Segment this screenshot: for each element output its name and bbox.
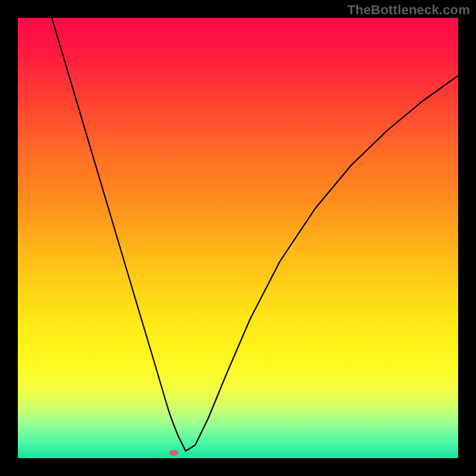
curve-svg xyxy=(18,18,458,458)
plot-area xyxy=(18,18,458,458)
bottleneck-curve xyxy=(52,18,458,451)
minimum-marker xyxy=(169,450,178,456)
chart-frame: TheBottleneck.com xyxy=(0,0,476,476)
watermark-text: TheBottleneck.com xyxy=(347,2,470,18)
